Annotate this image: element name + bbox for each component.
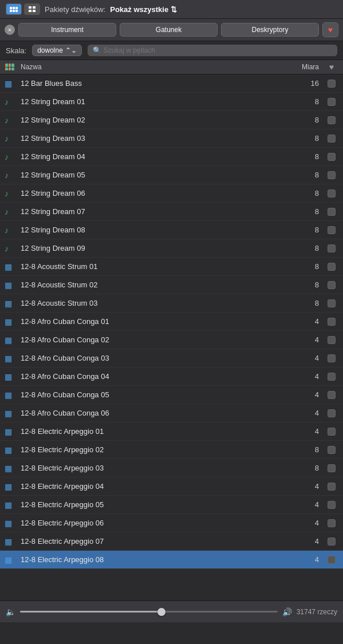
row-favorite[interactable] — [325, 171, 338, 179]
scale-dropdown[interactable]: dowolne ⌃⌄ — [32, 45, 82, 56]
table-row[interactable]: ▦12-8 Acoustic Strum 038 — [0, 294, 343, 313]
row-favorite[interactable] — [325, 464, 338, 472]
row-favorite[interactable] — [325, 501, 338, 509]
row-favorite[interactable] — [325, 538, 338, 546]
row-favorite[interactable] — [325, 135, 338, 143]
favorites-filter-button[interactable]: ♥ — [322, 22, 338, 37]
row-name: 12 String Dream 04 — [21, 152, 290, 161]
row-name: 12-8 Electric Arpeggio 07 — [21, 537, 290, 546]
table-row[interactable]: ▦12-8 Afro Cuban Conga 014 — [0, 313, 343, 331]
gatunek-filter-button[interactable]: Gatunek — [120, 23, 218, 37]
table-row[interactable]: ♪12 String Dream 068 — [0, 184, 343, 203]
search-input[interactable] — [104, 46, 332, 54]
table-row[interactable]: ♪12 String Dream 088 — [0, 221, 343, 239]
grid-view-button[interactable] — [6, 3, 22, 15]
music-icon: ♪ — [5, 244, 9, 253]
row-name: 12-8 Electric Arpeggio 03 — [21, 464, 290, 472]
waveform-icon: ▦ — [5, 445, 12, 455]
row-measure: 8 — [290, 171, 325, 179]
row-favorite[interactable] — [325, 354, 338, 362]
table-row[interactable]: ▦12-8 Afro Cuban Conga 044 — [0, 368, 343, 386]
header-icon-col — [5, 63, 21, 71]
volume-slider[interactable] — [20, 611, 278, 613]
row-measure: 8 — [290, 299, 325, 307]
table-row[interactable]: ▦12-8 Electric Arpeggio 054 — [0, 496, 343, 514]
row-favorite[interactable] — [325, 80, 338, 88]
table-row[interactable]: ▦12 Bar Blues Bass16 — [0, 74, 343, 93]
table-header: Nazwa Miara ♥ — [0, 60, 343, 74]
search-icon: 🔍 — [93, 46, 101, 54]
music-icon: ♪ — [5, 152, 9, 161]
slider-thumb[interactable] — [157, 608, 165, 616]
music-icon: ♪ — [5, 116, 9, 125]
row-favorite[interactable] — [325, 409, 338, 417]
scale-label: Skala: — [6, 46, 26, 55]
row-favorite[interactable] — [325, 226, 338, 234]
row-favorite[interactable] — [325, 318, 338, 326]
row-favorite[interactable] — [325, 391, 338, 399]
table-row[interactable]: ▦12-8 Electric Arpeggio 028 — [0, 441, 343, 459]
list-view-button[interactable] — [24, 3, 40, 15]
name-column-header[interactable]: Nazwa — [21, 63, 290, 71]
table-row[interactable]: ▦12-8 Electric Arpeggio 044 — [0, 477, 343, 496]
table-row[interactable]: ♪12 String Dream 038 — [0, 129, 343, 148]
table-row[interactable]: ▦12-8 Electric Arpeggio 064 — [0, 514, 343, 532]
color-squares-icon — [5, 63, 15, 71]
row-type-icon: ♪ — [5, 207, 21, 216]
row-favorite[interactable] — [325, 153, 338, 161]
table-row[interactable]: ▦12-8 Electric Arpeggio 038 — [0, 459, 343, 477]
show-all-dropdown[interactable]: Pokaż wszystkie ⇅ — [110, 5, 177, 14]
fav-circle — [328, 373, 336, 381]
table-row[interactable]: ▦12-8 Afro Cuban Conga 064 — [0, 404, 343, 422]
table-row[interactable]: ▦12-8 Afro Cuban Conga 024 — [0, 331, 343, 349]
table-row[interactable]: ♪12 String Dream 058 — [0, 166, 343, 184]
search-box[interactable]: 🔍 — [88, 45, 337, 56]
row-measure: 8 — [290, 207, 325, 216]
table-row[interactable]: ▦12-8 Electric Arpeggio 074 — [0, 532, 343, 551]
fav-circle — [328, 153, 336, 161]
row-favorite[interactable] — [325, 428, 338, 436]
row-favorite[interactable] — [325, 189, 338, 197]
close-filter-button[interactable]: × — [5, 25, 15, 35]
row-favorite[interactable] — [325, 281, 338, 289]
fav-circle — [328, 501, 336, 509]
row-name: 12 String Dream 02 — [21, 116, 290, 124]
row-name: 12 String Dream 05 — [21, 171, 290, 179]
deskryptory-filter-button[interactable]: Deskryptory — [221, 23, 319, 37]
row-favorite[interactable] — [325, 263, 338, 271]
fav-circle — [328, 428, 336, 436]
row-favorite[interactable] — [325, 336, 338, 344]
fav-circle — [328, 98, 336, 106]
music-icon: ♪ — [5, 97, 9, 106]
table-row[interactable]: ♪12 String Dream 078 — [0, 203, 343, 221]
waveform-icon: ▦ — [5, 317, 12, 326]
table-row[interactable]: ♪12 String Dream 028 — [0, 111, 343, 129]
row-name: 12-8 Afro Cuban Conga 02 — [21, 335, 290, 344]
waveform-icon: ▦ — [5, 79, 12, 88]
row-favorite[interactable] — [325, 519, 338, 527]
table-row[interactable]: ♪12 String Dream 098 — [0, 239, 343, 258]
table-row[interactable]: ▦12-8 Acoustic Strum 018 — [0, 258, 343, 276]
row-favorite[interactable] — [325, 299, 338, 307]
row-favorite[interactable] — [325, 556, 338, 564]
row-favorite[interactable] — [325, 98, 338, 106]
music-icon: ♪ — [5, 171, 9, 180]
slider-fill — [20, 611, 161, 613]
speaker-icon[interactable]: 🔈 — [6, 607, 15, 617]
row-favorite[interactable] — [325, 208, 338, 216]
table-row[interactable]: ♪12 String Dream 018 — [0, 93, 343, 111]
fav-circle — [328, 189, 336, 197]
row-favorite[interactable] — [325, 483, 338, 491]
row-favorite[interactable] — [325, 116, 338, 124]
table-row[interactable]: ♪12 String Dream 048 — [0, 148, 343, 166]
row-favorite[interactable] — [325, 446, 338, 454]
instrument-filter-button[interactable]: Instrument — [18, 23, 116, 37]
table-row[interactable]: ▦12-8 Acoustic Strum 028 — [0, 276, 343, 294]
row-favorite[interactable] — [325, 373, 338, 381]
table-row[interactable]: ▦12-8 Afro Cuban Conga 054 — [0, 386, 343, 404]
table-row[interactable]: ▦12-8 Electric Arpeggio 014 — [0, 422, 343, 441]
measure-column-header[interactable]: Miara — [290, 63, 325, 71]
table-row[interactable]: ▦12-8 Afro Cuban Conga 034 — [0, 349, 343, 368]
row-favorite[interactable] — [325, 244, 338, 252]
table-row[interactable]: ▦12-8 Electric Arpeggio 084 — [0, 551, 343, 569]
